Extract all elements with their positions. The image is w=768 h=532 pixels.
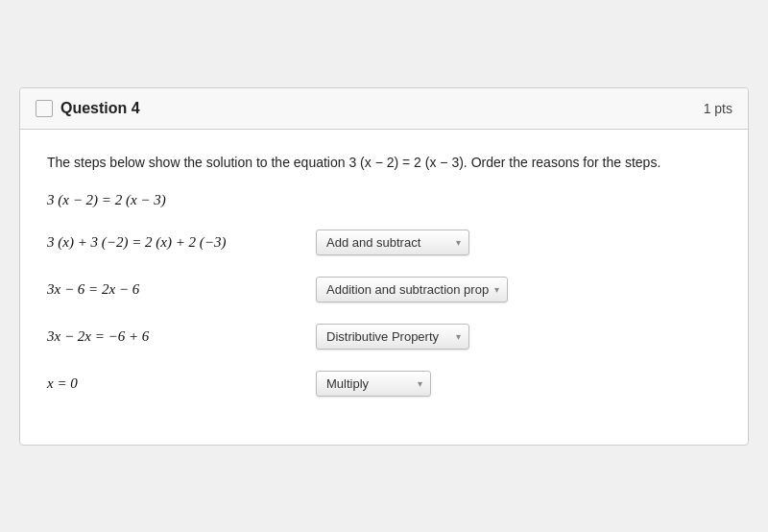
math-row-2: 3 (x) + 3 (−2) = 2 (x) + 2 (−3) Add and …: [47, 230, 721, 255]
dropdown-4-value: Distributive Property: [326, 329, 450, 344]
math-row-5: x = 0 Multiply ▾: [47, 371, 721, 397]
chevron-down-icon-2: ▾: [456, 237, 461, 248]
math-expr-3: 3x − 6 = 2x − 6: [47, 281, 316, 298]
dropdown-5[interactable]: Multiply ▾: [316, 371, 431, 397]
chevron-down-icon-5: ▾: [418, 378, 422, 389]
math-expr-1: 3 (x − 2) = 2 (x − 3): [47, 192, 316, 208]
dropdown-5-value: Multiply: [326, 376, 412, 391]
dropdown-2-value: Add and subtract: [326, 235, 450, 250]
dropdown-2[interactable]: Add and subtract ▾: [316, 230, 469, 255]
math-expr-2: 3 (x) + 3 (−2) = 2 (x) + 2 (−3): [47, 234, 316, 251]
dropdown-4[interactable]: Distributive Property ▾: [316, 324, 469, 350]
math-expr-4: 3x − 2x = −6 + 6: [47, 328, 316, 345]
dropdown-3-value: Addition and subtraction prop: [326, 282, 489, 297]
chevron-down-icon-3: ▾: [494, 284, 499, 295]
math-row-3: 3x − 6 = 2x − 6 Addition and subtraction…: [47, 277, 721, 302]
math-row-4: 3x − 2x = −6 + 6 Distributive Property ▾: [47, 324, 721, 350]
dropdown-3[interactable]: Addition and subtraction prop ▾: [316, 277, 508, 302]
checkbox-icon[interactable]: [36, 100, 53, 117]
math-row-1: 3 (x − 2) = 2 (x − 3): [47, 192, 721, 208]
question-points: 1 pts: [704, 101, 732, 116]
question-title: Question 4: [60, 100, 140, 117]
question-header: Question 4 1 pts: [20, 88, 748, 130]
chevron-down-icon-4: ▾: [456, 331, 461, 342]
instructions-text: The steps below show the solution to the…: [47, 153, 721, 173]
question-body: The steps below show the solution to the…: [20, 130, 748, 445]
question-card: Question 4 1 pts The steps below show th…: [19, 87, 749, 446]
math-expr-5: x = 0: [47, 375, 316, 392]
